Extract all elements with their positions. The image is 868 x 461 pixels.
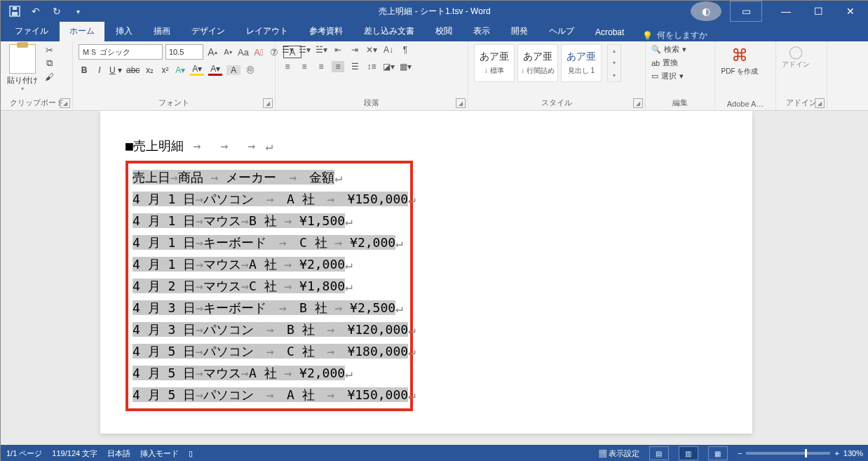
style-↓ 標準[interactable]: あア亜↓ 標準 (474, 44, 515, 82)
table-row: 4 月 3 日→キーボード → B 社 → ¥2,500↵ (133, 297, 406, 319)
bullets-icon[interactable]: ☰▾ (281, 44, 294, 55)
underline-button[interactable]: U ▾ (109, 65, 122, 75)
status-bar: 1/1 ページ 119/124 文字 日本語 挿入モード ▯ ▦ 表示設定 ▤ … (1, 445, 868, 461)
align-left-icon[interactable]: ≡ (281, 61, 294, 72)
zoom-control[interactable]: − + 130% (738, 449, 863, 457)
read-mode-icon[interactable]: ▤ (649, 446, 669, 460)
ribbon-display-options-icon[interactable]: ▭ (730, 1, 762, 22)
asian-layout-icon[interactable]: ✕▾ (365, 44, 378, 55)
shrink-font-icon[interactable]: A▾ (222, 46, 234, 58)
table-row: 4 月 5 日→パソコン → C 社 → ¥180,000↵ (133, 340, 406, 362)
tab-ファイル[interactable]: ファイル (5, 21, 58, 41)
display-settings[interactable]: ▦ 表示設定 (599, 448, 639, 459)
table-row: 4 月 3 日→パソコン → B 社 → ¥120,000↵ (133, 319, 406, 340)
tab-挿入[interactable]: 挿入 (106, 21, 142, 41)
web-layout-icon[interactable]: ▦ (708, 446, 728, 460)
zoom-slider[interactable] (746, 452, 830, 455)
user-avatar-icon[interactable]: ◐ (691, 1, 721, 21)
tab-校閲[interactable]: 校閲 (426, 21, 462, 41)
document-area[interactable]: ■売上明細→→→↵ 売上日→商品 → メーカー → 金額↵4 月 1 日→パソコ… (1, 111, 868, 445)
multilevel-icon[interactable]: ☱▾ (315, 44, 327, 55)
indent-dec-icon[interactable]: ⇤ (332, 44, 344, 55)
tab-ヘルプ[interactable]: ヘルプ (539, 21, 584, 41)
grow-font-icon[interactable]: A▴ (206, 46, 219, 58)
group-clipboard-label: クリップボード (6, 96, 67, 110)
close-button[interactable]: ✕ (835, 1, 866, 21)
tab-レイアウト[interactable]: レイアウト (236, 21, 298, 41)
borders-icon[interactable]: ▦▾ (399, 61, 412, 72)
change-case-icon[interactable]: Aa (237, 46, 250, 58)
clipboard-dialog-launcher[interactable]: ◢ (60, 98, 70, 108)
replace-button[interactable]: ab置換 (651, 58, 686, 68)
numbering-icon[interactable]: ☲▾ (298, 44, 311, 55)
find-button[interactable]: 🔍検索 ▾ (651, 44, 686, 55)
addin-button[interactable]: ◯ アドイン (782, 44, 810, 69)
window-title: 売上明細 - シート1.tsv - Word (379, 6, 490, 18)
styles-gallery-more[interactable]: ▴▾▾ (607, 44, 621, 82)
style-↓ 行間詰め[interactable]: あア亜↓ 行間詰め (517, 44, 558, 82)
indent-inc-icon[interactable]: ⇥ (348, 44, 361, 55)
zoom-level[interactable]: 130% (843, 449, 863, 457)
tab-ホーム[interactable]: ホーム (60, 21, 104, 41)
lightbulb-icon: 💡 (642, 31, 653, 41)
table-header: 売上日→商品 → メーカー → 金額↵ (133, 166, 406, 188)
save-icon[interactable] (6, 3, 23, 20)
align-right-icon[interactable]: ≡ (315, 61, 327, 72)
enclose-char-icon[interactable]: ㊞ (245, 64, 256, 76)
tab-参考資料[interactable]: 参考資料 (299, 21, 353, 41)
create-pdf-button[interactable]: ⌘ PDF を作成 (721, 44, 759, 76)
clear-format-icon[interactable]: A⃠ (252, 46, 265, 58)
superscript-button[interactable]: x² (159, 65, 170, 75)
align-justify-icon[interactable]: ≡ (332, 61, 344, 72)
zoom-out-icon[interactable]: − (738, 449, 742, 457)
font-color-icon[interactable]: A▾ (208, 64, 222, 76)
line-spacing-icon[interactable]: ↕≡ (365, 61, 378, 72)
cut-icon[interactable]: ✂ (43, 44, 55, 55)
tab-表示[interactable]: 表示 (463, 21, 500, 41)
style-見出し 1[interactable]: あア亜見出し 1 (561, 44, 602, 82)
tab-デザイン[interactable]: デザイン (182, 21, 235, 41)
macro-record-icon[interactable]: ▯ (189, 449, 193, 458)
maximize-button[interactable]: ☐ (803, 1, 834, 21)
print-layout-icon[interactable]: ▥ (679, 446, 698, 460)
tab-差し込み文書[interactable]: 差し込み文書 (354, 21, 424, 41)
tab-開発[interactable]: 開発 (501, 21, 538, 41)
status-words[interactable]: 119/124 文字 (52, 448, 97, 459)
tab-描画[interactable]: 描画 (144, 21, 180, 41)
align-center-icon[interactable]: ≡ (298, 61, 311, 72)
undo-icon[interactable]: ↶ (27, 3, 44, 20)
shading-icon[interactable]: ◪▾ (382, 61, 395, 72)
tab-Acrobat[interactable]: Acrobat (585, 23, 634, 41)
zoom-in-icon[interactable]: + (834, 449, 839, 457)
minimize-button[interactable]: — (771, 1, 801, 21)
copy-icon[interactable]: ⧉ (43, 58, 55, 69)
font-size-select[interactable]: 10.5 (165, 44, 203, 60)
italic-button[interactable]: I (94, 65, 105, 75)
qat-more-icon[interactable]: ▾ (69, 3, 86, 20)
text-effects-icon[interactable]: A▾ (175, 65, 186, 75)
highlight-icon[interactable]: A▾ (190, 64, 204, 76)
status-page[interactable]: 1/1 ページ (6, 448, 42, 459)
status-mode[interactable]: 挿入モード (140, 448, 179, 459)
select-button[interactable]: ▭選択 ▾ (651, 71, 686, 81)
strike-button[interactable]: abc (126, 65, 140, 75)
sort-icon[interactable]: A↓ (382, 44, 395, 55)
tell-me[interactable]: 💡何をしますか (642, 29, 707, 41)
bold-button[interactable]: B (79, 65, 90, 75)
addin-dialog-launcher[interactable]: ◢ (815, 98, 825, 108)
subscript-button[interactable]: x₂ (144, 65, 155, 75)
ribbon: 貼り付け ▾ ✂ ⧉ 🖌 クリップボード ◢ ＭＳ ゴシック 10.5 A▴ A… (1, 41, 868, 111)
table-row: 4 月 5 日→マウス→A 社 → ¥2,000↵ (133, 362, 406, 384)
paste-icon (9, 44, 36, 74)
font-name-select[interactable]: ＭＳ ゴシック (79, 44, 163, 60)
redo-icon[interactable]: ↻ (48, 3, 65, 20)
paste-button[interactable]: 貼り付け ▾ (6, 44, 39, 92)
status-language[interactable]: 日本語 (107, 448, 130, 459)
char-shading-icon[interactable]: A (226, 65, 240, 75)
format-painter-icon[interactable]: 🖌 (43, 71, 55, 82)
show-marks-icon[interactable]: ¶ (399, 44, 412, 55)
styles-dialog-launcher[interactable]: ◢ (633, 98, 643, 108)
paragraph-dialog-launcher[interactable]: ◢ (456, 98, 466, 108)
distributed-icon[interactable]: ☰ (348, 61, 361, 72)
font-dialog-launcher[interactable]: ◢ (263, 98, 273, 108)
